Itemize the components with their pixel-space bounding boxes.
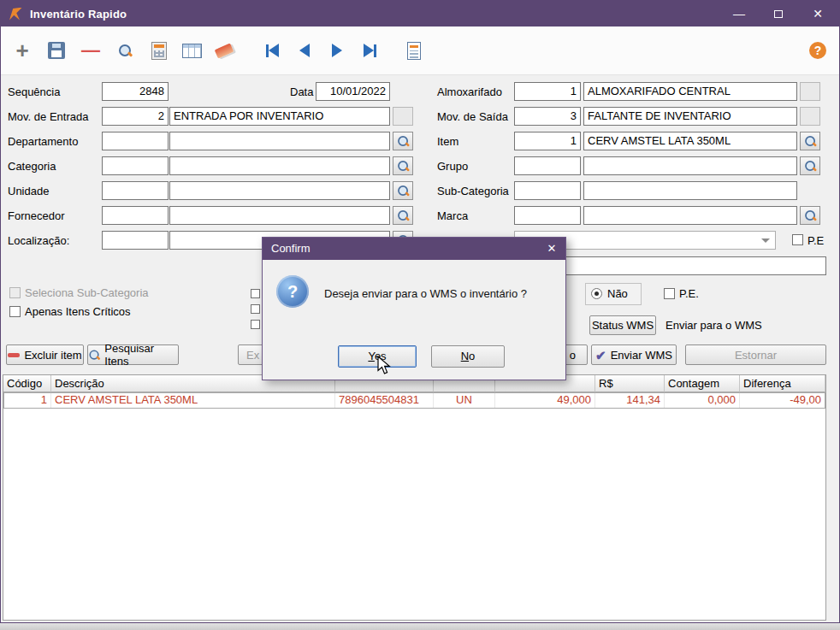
enviar-para-wms-label: Enviar para o WMS [665, 319, 762, 332]
grupo-code-input[interactable] [514, 156, 581, 175]
pe-checkbox[interactable] [664, 288, 675, 299]
close-icon: ✕ [813, 7, 823, 21]
nav-next-button[interactable] [322, 36, 352, 65]
search-icon [398, 210, 409, 221]
dialog-message: Deseja enviar para o WMS o inventário ? [324, 287, 527, 300]
almoxarifado-code-input[interactable]: 1 [514, 82, 581, 101]
grid-view-button[interactable] [177, 36, 206, 65]
nav-previous-button[interactable] [290, 36, 319, 65]
col-header-valor[interactable]: R$ [595, 375, 665, 392]
item-lookup-button[interactable] [800, 132, 820, 150]
almoxarifado-name-input[interactable]: ALMOXARIFADO CENTRAL [583, 82, 797, 101]
departamento-lookup-button[interactable] [393, 132, 413, 150]
cell-quantidade: 49,000 [495, 392, 595, 409]
minus-icon [8, 353, 20, 357]
hidden-checkbox-1[interactable] [251, 289, 260, 298]
mov-entrada-label: Mov. de Entrada [8, 110, 88, 123]
hidden-checkbox-2[interactable] [251, 304, 260, 314]
categoria-label: Categoria [8, 160, 56, 173]
nav-first-button[interactable] [257, 36, 287, 65]
dialog-close-button[interactable]: ✕ [541, 240, 562, 257]
search-icon [805, 161, 816, 172]
departamento-code-input[interactable] [102, 132, 169, 150]
data-input[interactable]: 10/01/2022 [316, 82, 390, 101]
unidade-label: Unidade [8, 185, 49, 197]
search-icon [805, 210, 816, 221]
grupo-name-input[interactable] [583, 156, 797, 175]
marca-name-input[interactable] [583, 206, 797, 225]
close-button[interactable]: ✕ [798, 1, 837, 26]
item-name-input[interactable]: CERV AMSTEL LATA 350ML [583, 132, 797, 150]
seleciona-sub-categoria-label: Seleciona Sub-Categoria [25, 286, 149, 299]
item-label: Item [437, 135, 458, 148]
sub-categoria-code-input[interactable] [514, 181, 581, 200]
maximize-button[interactable] [759, 1, 798, 26]
help-button[interactable]: ? [803, 36, 832, 65]
categoria-code-input[interactable] [102, 156, 169, 175]
unidade-lookup-button[interactable] [393, 181, 413, 200]
window-bottom-edge [0, 623, 840, 630]
pesquisar-itens-label: Pesquisar Itens [104, 342, 178, 368]
search-button[interactable] [110, 36, 139, 65]
search-icon [119, 44, 132, 57]
apenas-itens-criticos-checkbox[interactable] [9, 306, 21, 317]
item-code-input[interactable]: 1 [514, 132, 581, 150]
minimize-icon: — [733, 7, 745, 21]
minus-icon: — [81, 41, 100, 60]
departamento-name-input[interactable] [169, 132, 390, 150]
report-button[interactable] [399, 36, 429, 65]
minimize-button[interactable]: — [719, 1, 759, 26]
add-record-button[interactable]: + [8, 36, 37, 65]
pe-combo-label: P.E [807, 234, 824, 247]
grupo-lookup-button[interactable] [800, 156, 820, 175]
cell-barcode: 7896045504831 [335, 392, 434, 409]
search-icon [805, 136, 816, 147]
maximize-icon [774, 10, 783, 18]
categoria-name-input[interactable] [169, 156, 390, 175]
fornecedor-code-input[interactable] [102, 206, 169, 225]
seleciona-sub-categoria-checkbox[interactable] [9, 287, 21, 298]
col-header-contagem[interactable]: Contagem [665, 375, 740, 392]
enviar-wms-button[interactable]: ✔ Enviar WMS [591, 344, 677, 365]
unidade-code-input[interactable] [102, 181, 169, 200]
pesquisar-itens-button[interactable]: Pesquisar Itens [87, 344, 179, 365]
categoria-lookup-button[interactable] [393, 156, 413, 175]
grupo-label: Grupo [437, 160, 468, 173]
sequencia-input[interactable]: 2848 [102, 82, 169, 101]
mov-saida-name-input[interactable]: FALTANTE DE INVENTARIO [583, 107, 797, 126]
col-header-diferenca[interactable]: Diferença [740, 375, 825, 392]
fornecedor-name-input[interactable] [169, 206, 390, 225]
clear-button[interactable] [210, 36, 239, 65]
mov-entrada-code-input[interactable]: 2 [102, 107, 169, 126]
delete-record-button[interactable]: — [76, 36, 105, 65]
hidden-checkbox-3[interactable] [251, 320, 260, 329]
app-window: Inventário Rapido — ✕ + — ? Sequência 28… [0, 0, 840, 623]
sub-categoria-name-input[interactable] [583, 181, 797, 200]
col-header-codigo[interactable]: Código [3, 375, 51, 392]
save-button[interactable] [42, 36, 71, 65]
unidade-name-input[interactable] [169, 181, 390, 200]
mov-entrada-lookup-button[interactable] [393, 107, 413, 126]
marca-code-input[interactable] [514, 206, 581, 225]
mov-saida-label: Mov. de Saída [437, 110, 508, 123]
excluir-item-button[interactable]: Excluir item [6, 344, 84, 365]
nao-radio[interactable] [591, 288, 602, 299]
pe-combo-checkbox[interactable] [792, 234, 803, 245]
mov-saida-lookup-button[interactable] [800, 107, 820, 126]
calculator-icon [151, 42, 167, 60]
status-wms-button[interactable]: Status WMS [589, 315, 656, 335]
search-icon [398, 136, 409, 147]
table-row[interactable]: 1 CERV AMSTEL LATA 350ML 7896045504831 U… [3, 392, 825, 409]
nao-radio-label: Não [607, 287, 628, 300]
mov-saida-code-input[interactable]: 3 [514, 107, 581, 126]
estornar-button[interactable]: Estornar [685, 344, 826, 365]
fornecedor-lookup-button[interactable] [393, 206, 413, 225]
no-button[interactable]: No [431, 345, 505, 368]
calculator-button[interactable] [145, 36, 174, 65]
localizacao-code-input[interactable] [102, 231, 169, 250]
nav-last-button[interactable] [355, 36, 384, 65]
almoxarifado-lookup-button[interactable] [800, 82, 820, 101]
mov-entrada-name-input[interactable]: ENTRADA POR INVENTARIO [169, 107, 390, 126]
help-icon: ? [809, 42, 826, 59]
marca-lookup-button[interactable] [800, 206, 820, 225]
